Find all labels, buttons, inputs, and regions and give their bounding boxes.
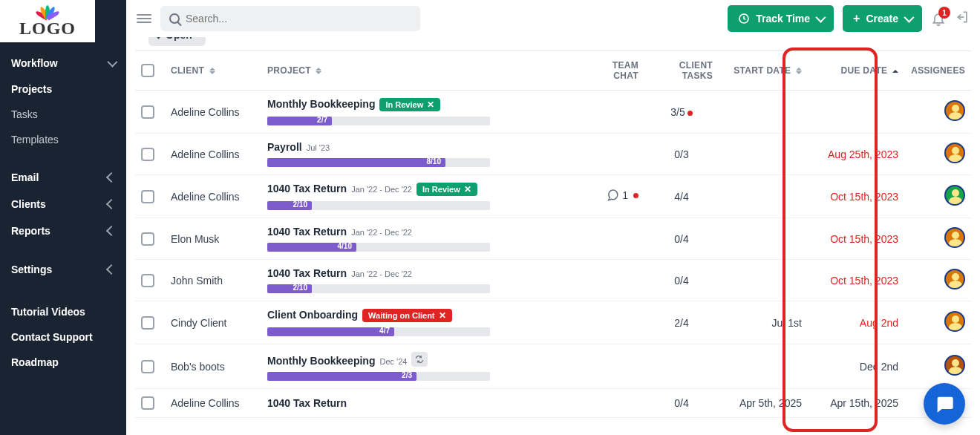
start-date-cell (719, 175, 808, 218)
nav-settings[interactable]: Settings (0, 256, 126, 283)
start-date-cell (719, 218, 808, 260)
nav-tutorial[interactable]: Tutorial Videos (0, 299, 126, 324)
menu-icon[interactable] (137, 14, 151, 23)
support-chat-button[interactable] (924, 383, 965, 425)
tasks-cell: 0/4 (644, 389, 719, 418)
header-team-chat[interactable]: TEAM CHAT (585, 51, 644, 91)
client-cell: Adeline Collins (165, 134, 261, 175)
assignee-avatar[interactable] (944, 100, 965, 121)
row-checkbox[interactable] (141, 274, 154, 287)
nav-settings-label: Settings (11, 264, 52, 275)
clock-icon (738, 13, 750, 24)
project-title[interactable]: 1040 Tax Return (267, 183, 347, 194)
assignee-avatar[interactable] (944, 355, 965, 376)
project-title[interactable]: 1040 Tax Return (267, 226, 347, 238)
nav-roadmap[interactable]: Roadmap (0, 350, 126, 375)
row-checkbox[interactable] (141, 316, 154, 330)
row-checkbox[interactable] (141, 148, 154, 161)
header-client[interactable]: CLIENT (165, 51, 261, 91)
nav-clients[interactable]: Clients (0, 191, 126, 218)
select-all-checkbox[interactable] (141, 64, 154, 77)
repeat-icon (411, 352, 428, 367)
logo[interactable]: LOGO (0, 0, 95, 42)
project-title[interactable]: Monthly Bookkeeping (267, 98, 375, 110)
table-row[interactable]: John Smith 1040 Tax ReturnJan '22 - Dec … (135, 260, 971, 301)
sidebar: LOGO Workflow Projects Tasks Templates E… (0, 0, 126, 435)
row-checkbox[interactable] (141, 396, 154, 410)
table-row[interactable]: Adeline Collins Monthly BookkeepingIn Re… (135, 91, 971, 134)
status-tag[interactable]: In Review✕ (379, 98, 440, 111)
track-time-button[interactable]: Track Time (728, 5, 834, 32)
chevron-left-icon (106, 172, 117, 183)
assignee-avatar[interactable] (944, 269, 965, 290)
logout-icon[interactable] (955, 10, 970, 27)
sort-icon (209, 68, 215, 74)
plus-icon: + (853, 12, 860, 25)
assignee-avatar[interactable] (944, 311, 965, 332)
due-date-cell: Oct 15th, 2023 (808, 175, 904, 218)
table-row[interactable]: Bob's boots Monthly BookkeepingDec '24 2… (135, 344, 971, 389)
project-title[interactable]: Client Onboarding (267, 309, 358, 321)
open-label: Open (166, 37, 192, 41)
progress-bar: 2/7 (267, 117, 490, 125)
nav-workflow[interactable]: Workflow (0, 50, 126, 76)
table-row[interactable]: Elon Musk 1040 Tax ReturnJan '22 - Dec '… (135, 218, 971, 260)
tasks-cell: 2/4 (644, 301, 719, 344)
project-period: Jul '23 (307, 143, 330, 152)
nav-support[interactable]: Contact Support (0, 324, 126, 350)
assignee-avatar[interactable] (944, 185, 965, 206)
header-client-tasks[interactable]: CLIENT TASKS (644, 51, 719, 91)
nav-email[interactable]: Email (0, 164, 126, 191)
task-dot (687, 111, 693, 116)
header-due-label: DUE DATE (841, 65, 888, 76)
nav-tasks[interactable]: Tasks (0, 102, 126, 127)
track-time-label: Track Time (756, 13, 810, 24)
search-input[interactable] (186, 13, 411, 24)
header-due-date[interactable]: DUE DATE (808, 51, 904, 91)
notification-bell[interactable]: 1 (931, 11, 946, 26)
close-icon[interactable]: ✕ (464, 184, 471, 194)
table-row[interactable]: Adeline Collins 1040 Tax ReturnJan '22 -… (135, 175, 971, 218)
row-checkbox[interactable] (141, 232, 154, 246)
row-checkbox[interactable] (141, 105, 154, 119)
row-checkbox[interactable] (141, 360, 154, 373)
notification-badge: 1 (938, 7, 950, 19)
project-title[interactable]: 1040 Tax Return (267, 397, 347, 409)
progress-bar: 4/10 (267, 243, 490, 252)
header-assignees[interactable]: ASSIGNEES (904, 51, 971, 91)
progress-label: 2/10 (293, 200, 307, 209)
status-tag[interactable]: In Review✕ (416, 183, 477, 196)
project-title[interactable]: Payroll (267, 141, 302, 153)
progress-label: 2/10 (293, 284, 307, 292)
table-row[interactable]: Cindy Client Client OnboardingWaiting on… (135, 301, 971, 344)
due-date-cell: Aug 25th, 2023 (808, 134, 904, 175)
close-icon[interactable]: ✕ (427, 99, 434, 110)
create-button[interactable]: + Create (843, 5, 922, 32)
create-label: Create (866, 13, 898, 24)
nav-email-label: Email (11, 171, 39, 183)
table-row[interactable]: Adeline Collins PayrollJul '23 8/10 0/3 … (135, 134, 971, 175)
status-tag[interactable]: Waiting on Client✕ (362, 309, 451, 322)
progress-bar: 2/10 (267, 201, 490, 210)
nav-clients-label: Clients (11, 198, 46, 210)
project-title[interactable]: 1040 Tax Return (267, 267, 347, 279)
nav-templates[interactable]: Templates (0, 127, 126, 152)
search-box[interactable] (160, 6, 420, 31)
open-filter-pill[interactable]: Open (148, 37, 206, 46)
table-row[interactable]: Adeline Collins 1040 Tax Return 0/4 Apr … (135, 389, 971, 418)
client-cell: Adeline Collins (165, 389, 261, 418)
logo-text: LOGO (19, 19, 76, 39)
nav-projects[interactable]: Projects (0, 76, 126, 102)
progress-bar: 8/10 (267, 158, 490, 167)
row-checkbox[interactable] (141, 190, 154, 203)
assignee-avatar[interactable] (944, 143, 965, 163)
nav-reports[interactable]: Reports (0, 218, 126, 244)
project-period: Jan '22 - Dec '22 (351, 269, 412, 278)
client-cell: Cindy Client (165, 301, 261, 344)
project-title[interactable]: Monthly Bookkeeping (267, 355, 375, 367)
header-project[interactable]: PROJECT (261, 51, 585, 91)
header-start-date[interactable]: START DATE (719, 51, 808, 91)
assignee-avatar[interactable] (944, 227, 965, 248)
close-icon[interactable]: ✕ (439, 310, 446, 321)
chat-count[interactable]: 1 (606, 189, 638, 202)
